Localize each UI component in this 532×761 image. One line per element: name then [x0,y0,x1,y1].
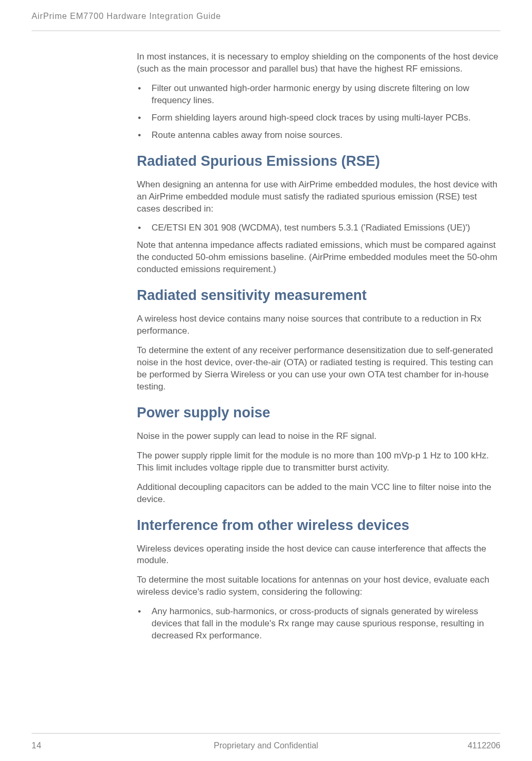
ifo-paragraph-1: Wireless devices operating inside the ho… [137,543,500,567]
list-item: Filter out unwanted high-order harmonic … [137,83,500,107]
list-item: Any harmonics, sub-harmonics, or cross-p… [137,606,500,642]
psn-paragraph-1: Noise in the power supply can lead to no… [137,430,500,443]
list-item: Form shielding layers around high-speed … [137,112,500,124]
psn-paragraph-3: Additional decoupling capacitors can be … [137,482,500,506]
rsm-paragraph-1: A wireless host device contains many noi… [137,313,500,337]
document-id: 4112206 [468,741,500,750]
intro-bullet-list: Filter out unwanted high-order harmonic … [137,83,500,142]
rse-paragraph-2: Note that antenna impedance affects radi… [137,239,500,276]
ifo-paragraph-2: To determine the most suitable locations… [137,574,500,598]
rse-bullet-list: CE/ETSI EN 301 908 (WCDMA), test numbers… [137,222,500,234]
list-item: CE/ETSI EN 301 908 (WCDMA), test numbers… [137,222,500,234]
main-content: In most instances, it is necessary to em… [137,51,500,642]
page-number: 14 [32,741,42,750]
page-footer: 14 Proprietary and Confidential 4112206 [32,733,500,750]
intro-paragraph: In most instances, it is necessary to em… [137,51,500,75]
rse-heading: Radiated Spurious Emissions (RSE) [137,153,500,169]
rse-paragraph-1: When designing an antenna for use with A… [137,179,500,215]
list-item: Route antenna cables away from noise sou… [137,129,500,142]
psn-paragraph-2: The power supply ripple limit for the mo… [137,450,500,474]
confidentiality-label: Proprietary and Confidential [214,741,318,750]
ifo-bullet-list: Any harmonics, sub-harmonics, or cross-p… [137,606,500,642]
document-header: AirPrime EM7700 Hardware Integration Gui… [32,12,500,31]
rsm-heading: Radiated sensitivity measurement [137,287,500,304]
rsm-paragraph-2: To determine the extent of any receiver … [137,345,500,393]
psn-heading: Power supply noise [137,405,500,421]
ifo-heading: Interference from other wireless devices [137,517,500,534]
